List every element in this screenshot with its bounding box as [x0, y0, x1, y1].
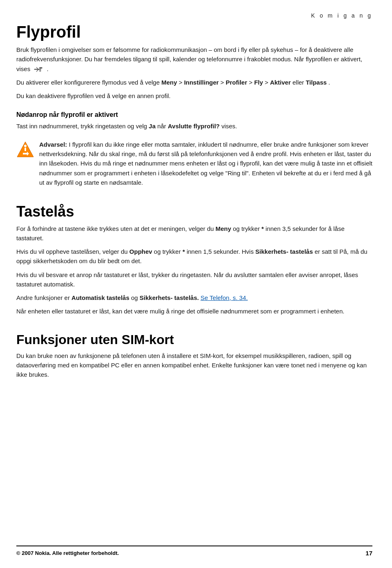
svg-rect-2: [39, 70, 41, 71]
tastelås-para2: Hvis du vil oppheve tastelåsen, velger d…: [16, 247, 372, 266]
page-number: 17: [365, 550, 372, 557]
meny-bold2: Meny: [216, 225, 231, 232]
tastelås-para3: Hvis du vil besvare et anrop når tastatu…: [16, 270, 372, 289]
flyprofil-deactivate: Du kan deaktivere flyprofilen ved å velg…: [16, 91, 372, 101]
warning-svg: [16, 141, 34, 159]
sikkerhets-bold: Sikkerhets- tastelås: [255, 248, 313, 255]
svg-point-5: [24, 145, 27, 147]
warning-icon: [16, 141, 34, 159]
emergency-heading: Nødanrop når flyprofil er aktivert: [16, 110, 372, 119]
tastelås-heading: Tastelås: [16, 203, 372, 220]
airplane-mode-icon: [33, 66, 45, 73]
flyprofil-activate: Du aktiverer eller konfigurerere flymodu…: [16, 78, 372, 87]
page: K o m i g a n g Flyprofil Bruk flyprofil…: [0, 0, 392, 568]
auto-tastelås-bold: Automatisk tastelås: [71, 294, 129, 301]
aktiver-bold: Aktiver: [270, 79, 291, 86]
profiler-bold: Profiler: [226, 79, 247, 86]
page-footer: © 2007 Nokia. Alle rettigheter forbehold…: [16, 546, 372, 557]
tastelås-para4: Andre funksjoner er Automatisk tastelås …: [16, 293, 372, 302]
avslutte-bold: Avslutte flyprofil?: [168, 123, 220, 130]
star-bold2: *: [183, 248, 185, 255]
advarsel-bold: Advarsel:: [39, 141, 67, 148]
menu-bold: Meny: [161, 79, 177, 86]
telefon-link[interactable]: Se Telefon, s. 34.: [200, 294, 248, 301]
svg-rect-1: [39, 67, 42, 68]
sikkerhets-tastelås-bold: Sikkerhets- tastelås.: [140, 294, 199, 301]
tastelås-para1: For å forhindre at tastene ikke trykkes …: [16, 224, 372, 243]
svg-rect-6: [24, 148, 26, 151]
flyprofil-intro: Bruk flyprofilen i omgivelser som er føl…: [16, 45, 372, 74]
tilpass-bold: Tilpass: [306, 79, 327, 86]
innstillinger-bold: Innstillinger: [184, 79, 219, 86]
funksjoner-text: Du kan bruke noen av funksjonene på tele…: [16, 351, 372, 380]
opphev-bold: Opphev: [129, 248, 152, 255]
warning-paragraph: Advarsel: I flyprofil kan du ikke ringe …: [39, 140, 372, 187]
chapter-title: K o m i g a n g: [311, 12, 372, 19]
ja-bold: Ja: [149, 123, 156, 130]
emergency-text: Tast inn nødnummeret, trykk ringetasten …: [16, 121, 372, 131]
copyright: © 2007 Nokia. Alle rettigheter forbehold…: [16, 550, 119, 556]
flyprofil-heading: Flyprofil: [16, 23, 372, 41]
chapter-header: K o m i g a n g: [16, 12, 372, 19]
star-bold: *: [261, 225, 264, 232]
funksjoner-heading: Funksjoner uten SIM-kort: [16, 333, 372, 347]
fly-bold: Fly: [254, 79, 263, 86]
warning-box: Advarsel: I flyprofil kan du ikke ringe …: [16, 140, 372, 187]
tastelås-para5: Når enheten eller tastaturet er låst, ka…: [16, 306, 372, 316]
